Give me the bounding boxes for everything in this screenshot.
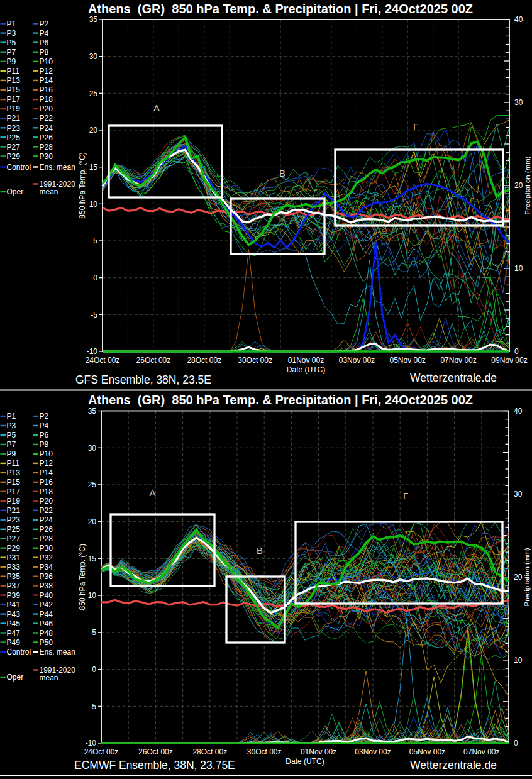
svg-text:Wetterzentrale.de: Wetterzentrale.de — [410, 372, 497, 384]
svg-text:Ens. mean: Ens. mean — [40, 648, 75, 656]
svg-text:01Nov 00z: 01Nov 00z — [301, 748, 336, 756]
svg-text:P12: P12 — [40, 67, 53, 75]
svg-text:P25: P25 — [7, 133, 21, 142]
svg-text:P27: P27 — [7, 534, 21, 543]
svg-text:P1: P1 — [7, 412, 16, 421]
svg-text:20: 20 — [89, 126, 98, 135]
svg-text:P1: P1 — [7, 19, 16, 28]
svg-text:40: 40 — [514, 15, 523, 24]
svg-text:35: 35 — [88, 407, 97, 416]
svg-text:P7: P7 — [7, 440, 16, 449]
svg-text:P27: P27 — [7, 143, 21, 152]
svg-text:Γ: Γ — [413, 121, 418, 132]
svg-text:01Nov 00z: 01Nov 00z — [288, 356, 324, 365]
svg-text:P9: P9 — [7, 57, 16, 66]
svg-text:P7: P7 — [7, 48, 16, 57]
svg-text:10: 10 — [88, 591, 97, 600]
svg-text:0: 0 — [514, 739, 518, 748]
svg-text:P29: P29 — [7, 544, 21, 553]
svg-text:P41: P41 — [7, 600, 21, 609]
svg-text:P8: P8 — [40, 48, 49, 57]
svg-text:P23: P23 — [7, 124, 21, 133]
svg-text:P14: P14 — [40, 468, 53, 477]
svg-text:P37: P37 — [7, 582, 21, 590]
svg-text:P11: P11 — [7, 459, 20, 468]
svg-text:30: 30 — [514, 98, 523, 107]
svg-text:P24: P24 — [40, 516, 53, 524]
svg-text:Precipitation (mm): Precipitation (mm) — [523, 548, 531, 606]
svg-text:P34: P34 — [40, 563, 53, 572]
svg-text:-5: -5 — [89, 702, 96, 711]
svg-text:35: 35 — [89, 15, 98, 24]
svg-text:10: 10 — [89, 200, 98, 209]
svg-text:P17: P17 — [7, 487, 21, 496]
svg-text:P48: P48 — [40, 629, 53, 638]
svg-text:24Oct 00z: 24Oct 00z — [84, 748, 119, 756]
svg-text:0: 0 — [92, 665, 96, 674]
svg-text:26Oct 00z: 26Oct 00z — [136, 356, 171, 365]
svg-text:0: 0 — [514, 347, 519, 356]
svg-text:P12: P12 — [40, 459, 53, 468]
svg-text:Oper: Oper — [7, 673, 24, 682]
svg-text:P9: P9 — [7, 450, 16, 458]
svg-text:0: 0 — [93, 273, 97, 282]
svg-text:P25: P25 — [7, 525, 21, 534]
svg-text:P44: P44 — [40, 610, 53, 619]
svg-text:10: 10 — [514, 656, 523, 665]
svg-text:P40: P40 — [40, 591, 53, 600]
svg-text:-10: -10 — [87, 347, 98, 356]
svg-text:P42: P42 — [40, 600, 53, 609]
svg-text:P21: P21 — [7, 506, 21, 515]
svg-text:P8: P8 — [40, 440, 49, 449]
svg-text:P28: P28 — [40, 534, 53, 543]
svg-text:-5: -5 — [91, 311, 97, 319]
svg-text:P5: P5 — [7, 431, 16, 439]
svg-text:B: B — [257, 545, 263, 556]
svg-text:A: A — [150, 487, 156, 498]
svg-text:30Oct 00z: 30Oct 00z — [238, 356, 272, 365]
svg-text:P43: P43 — [7, 610, 21, 619]
svg-text:P47: P47 — [7, 629, 21, 638]
svg-text:P38: P38 — [40, 582, 53, 590]
svg-text:P22: P22 — [40, 114, 53, 123]
svg-text:30: 30 — [89, 52, 98, 61]
svg-text:P28: P28 — [40, 143, 53, 152]
svg-text:25: 25 — [88, 480, 97, 489]
svg-text:P19: P19 — [7, 104, 21, 113]
svg-text:P29: P29 — [7, 152, 21, 161]
svg-text:P35: P35 — [7, 572, 21, 581]
svg-text:P49: P49 — [7, 638, 21, 647]
svg-text:P17: P17 — [7, 95, 21, 104]
svg-text:P39: P39 — [7, 591, 21, 600]
svg-text:P36: P36 — [40, 572, 53, 581]
svg-text:40: 40 — [514, 407, 523, 416]
svg-text:P2: P2 — [40, 412, 49, 421]
svg-text:P16: P16 — [40, 478, 53, 487]
svg-text:P50: P50 — [40, 638, 53, 647]
svg-text:850 hPa Temp. (°C): 850 hPa Temp. (°C) — [78, 544, 87, 610]
svg-text:Athens (GR) 850 hPa Temp. &: Athens (GR) 850 hPa Temp. & Precipitatio… — [88, 393, 473, 407]
svg-text:30: 30 — [514, 490, 523, 499]
svg-text:ECMWF Ensemble, 38N, 23.75E: ECMWF Ensemble, 38N, 23.75E — [74, 759, 235, 771]
svg-text:5: 5 — [93, 236, 97, 245]
svg-text:28Oct 00z: 28Oct 00z — [187, 356, 221, 365]
svg-text:15: 15 — [89, 163, 98, 172]
svg-text:P26: P26 — [40, 133, 53, 142]
svg-text:20: 20 — [514, 573, 523, 582]
svg-text:P15: P15 — [7, 478, 21, 487]
svg-text:P6: P6 — [40, 431, 49, 439]
svg-text:P30: P30 — [40, 152, 53, 161]
svg-text:P32: P32 — [40, 553, 53, 562]
svg-text:28Oct 00z: 28Oct 00z — [192, 748, 227, 756]
svg-text:03Nov 00z: 03Nov 00z — [355, 748, 391, 756]
svg-text:Athens (GR) 850 hPa Temp. &: Athens (GR) 850 hPa Temp. & Precipitatio… — [88, 2, 473, 16]
svg-text:25: 25 — [89, 89, 98, 98]
svg-text:07Nov 00z: 07Nov 00z — [463, 748, 499, 756]
svg-text:P24: P24 — [40, 124, 53, 133]
svg-text:P46: P46 — [40, 619, 53, 628]
svg-text:Γ: Γ — [403, 490, 408, 501]
svg-text:P11: P11 — [7, 67, 20, 75]
svg-text:P18: P18 — [40, 95, 53, 104]
svg-text:20: 20 — [88, 517, 97, 526]
svg-text:05Nov 00z: 05Nov 00z — [409, 748, 445, 756]
